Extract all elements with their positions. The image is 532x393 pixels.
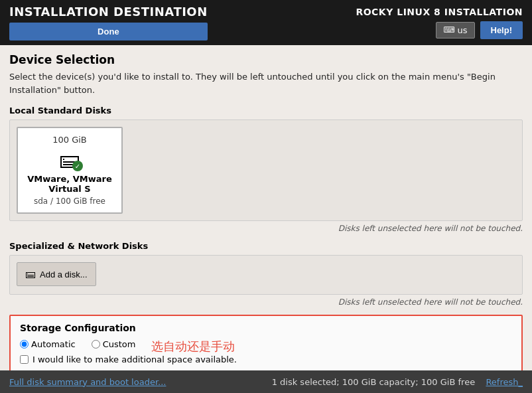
custom-radio[interactable]	[92, 340, 100, 349]
additional-space-checkbox[interactable]	[20, 355, 29, 364]
disk-icon-wrapper: 🖴 ✓	[59, 149, 80, 170]
storage-radio-row: Automatic Custom 选自动还是手动	[20, 339, 512, 354]
refresh-link[interactable]: Refresh_	[486, 377, 523, 387]
main-content: Device Selection Select the device(s) yo…	[0, 45, 532, 370]
disk-meta: sda / 100 GiB free	[34, 196, 105, 206]
custom-radio-label[interactable]: Custom	[92, 339, 136, 349]
custom-label: Custom	[103, 339, 136, 349]
storage-radio-group: Automatic Custom	[20, 339, 135, 349]
disk-name: VMware, VMware Virtual S	[27, 174, 112, 194]
automatic-label: Automatic	[31, 339, 76, 349]
add-disk-label: Add a disk...	[40, 270, 88, 279]
storage-config-title: Storage Configuration	[20, 323, 512, 333]
full-disk-summary-link[interactable]: Full disk summary and boot loader...	[9, 377, 166, 387]
done-button[interactable]: Done	[9, 23, 208, 40]
keyboard-indicator[interactable]: ⌨ us	[436, 22, 474, 39]
device-selection-description: Select the device(s) you'd like to insta…	[9, 70, 523, 96]
disk-card[interactable]: 100 GiB 🖴 ✓ VMware, VMware Virtual S sda…	[17, 127, 123, 214]
additional-space-label[interactable]: I would like to make additional space av…	[20, 354, 512, 364]
local-disks-label: Local Standard Disks	[9, 106, 523, 116]
disk-check-icon: ✓	[72, 161, 83, 171]
footer: Full disk summary and boot loader... 1 d…	[0, 370, 532, 393]
keyboard-icon: ⌨	[443, 25, 454, 35]
disk-size: 100 GiB	[52, 135, 87, 145]
local-disks-container: 100 GiB 🖴 ✓ VMware, VMware Virtual S sda…	[9, 119, 523, 221]
help-button[interactable]: Help!	[480, 21, 523, 39]
brand-label: ROCKY LINUX 8 INSTALLATION	[356, 7, 523, 17]
add-disk-button[interactable]: 🖴 Add a disk...	[17, 262, 96, 286]
device-selection-title: Device Selection	[9, 53, 523, 66]
add-disk-icon: 🖴	[25, 268, 36, 280]
disk-free: 100 GiB free	[56, 196, 105, 206]
additional-space-text: I would like to make additional space av…	[33, 354, 237, 364]
disk-sep: /	[50, 196, 53, 206]
automatic-radio-label[interactable]: Automatic	[20, 339, 76, 349]
disk-dev: sda	[34, 196, 48, 206]
chinese-hint: 选自动还是手动	[151, 339, 235, 354]
header-left: INSTALLATION DESTINATION Done	[9, 5, 208, 40]
footer-right: 1 disk selected; 100 GiB capacity; 100 G…	[272, 377, 523, 387]
keyboard-layout: us	[457, 25, 467, 35]
storage-config-box: Storage Configuration Automatic Custom 选…	[9, 315, 523, 370]
page-title: INSTALLATION DESTINATION	[9, 5, 208, 19]
footer-spacer	[478, 377, 483, 387]
local-unselected-note: Disks left unselected here will not be t…	[9, 224, 523, 233]
add-disk-area: 🖴 Add a disk...	[9, 255, 523, 295]
specialized-unselected-note: Disks left unselected here will not be t…	[9, 297, 523, 307]
header: INSTALLATION DESTINATION Done ROCKY LINU…	[0, 0, 532, 45]
header-right: ROCKY LINUX 8 INSTALLATION ⌨ us Help!	[356, 7, 523, 39]
header-controls: ⌨ us Help!	[436, 21, 523, 39]
automatic-radio[interactable]	[20, 340, 29, 349]
specialized-label: Specialized & Network Disks	[9, 241, 523, 251]
footer-status: 1 disk selected; 100 GiB capacity; 100 G…	[272, 377, 475, 387]
